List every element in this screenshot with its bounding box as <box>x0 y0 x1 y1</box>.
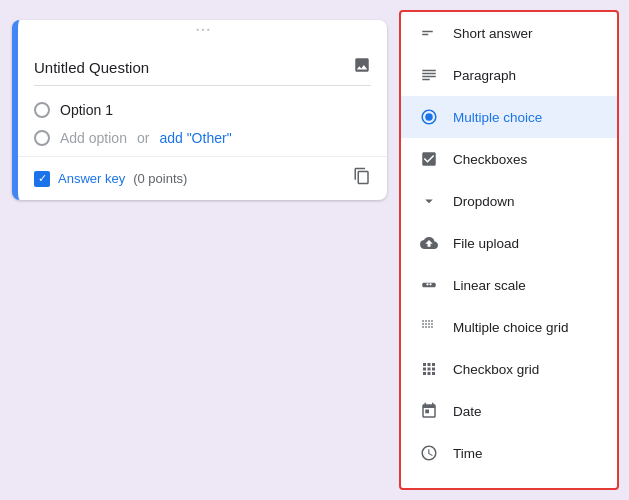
menu-item-checkboxes[interactable]: Checkboxes <box>401 138 617 180</box>
time-icon <box>419 443 439 463</box>
menu-item-multiple-choice[interactable]: Multiple choice <box>401 96 617 138</box>
file-upload-icon <box>419 233 439 253</box>
menu-item-paragraph[interactable]: Paragraph <box>401 54 617 96</box>
menu-item-date-label: Date <box>453 404 482 419</box>
checkboxes-icon <box>419 149 439 169</box>
answer-key-checkbox[interactable]: ✓ <box>34 171 50 187</box>
drag-handle <box>18 20 387 48</box>
paragraph-icon <box>419 65 439 85</box>
add-other-link[interactable]: add "Other" <box>159 130 231 146</box>
option-1-label: Option 1 <box>60 102 113 118</box>
cb-grid-icon <box>419 359 439 379</box>
menu-item-date[interactable]: Date <box>401 390 617 432</box>
menu-item-short-answer-label: Short answer <box>453 26 533 41</box>
question-type-menu: Short answer Paragraph Multiple choice C… <box>399 10 619 490</box>
svg-point-3 <box>425 113 433 121</box>
menu-item-file-upload[interactable]: File upload <box>401 222 617 264</box>
image-icon[interactable] <box>353 56 371 79</box>
svg-point-1 <box>201 29 203 31</box>
card-footer: ✓ Answer key (0 points) <box>18 156 387 200</box>
left-panel: Untitled Question Option 1 Add option or… <box>0 0 399 500</box>
date-icon <box>419 401 439 421</box>
or-text: or <box>137 130 149 146</box>
menu-item-mc-grid-label: Multiple choice grid <box>453 320 569 335</box>
menu-item-time[interactable]: Time <box>401 432 617 474</box>
svg-point-2 <box>207 29 209 31</box>
question-card: Untitled Question Option 1 Add option or… <box>12 20 387 200</box>
short-answer-icon <box>419 23 439 43</box>
copy-icon[interactable] <box>353 167 371 190</box>
dropdown-icon <box>419 191 439 211</box>
menu-item-linear-scale[interactable]: Linear scale <box>401 264 617 306</box>
points-label: (0 points) <box>133 171 187 186</box>
menu-item-paragraph-label: Paragraph <box>453 68 516 83</box>
mc-grid-icon <box>419 317 439 337</box>
menu-item-time-label: Time <box>453 446 483 461</box>
menu-item-cb-grid-label: Checkbox grid <box>453 362 539 377</box>
question-title: Untitled Question <box>34 59 149 76</box>
add-option-row: Add option or add "Other" <box>34 124 371 156</box>
menu-item-checkboxes-label: Checkboxes <box>453 152 527 167</box>
menu-item-short-answer[interactable]: Short answer <box>401 12 617 54</box>
menu-item-file-upload-label: File upload <box>453 236 519 251</box>
menu-item-dropdown-label: Dropdown <box>453 194 515 209</box>
radio-circle <box>34 102 50 118</box>
svg-point-0 <box>196 29 198 31</box>
card-body: Untitled Question Option 1 Add option or… <box>18 48 387 156</box>
menu-item-dropdown[interactable]: Dropdown <box>401 180 617 222</box>
menu-item-cb-grid[interactable]: Checkbox grid <box>401 348 617 390</box>
menu-item-linear-scale-label: Linear scale <box>453 278 526 293</box>
option-1-row: Option 1 <box>34 96 371 124</box>
menu-item-multiple-choice-label: Multiple choice <box>453 110 542 125</box>
question-header: Untitled Question <box>34 56 371 86</box>
answer-key-row[interactable]: ✓ Answer key (0 points) <box>34 171 187 187</box>
multiple-choice-icon <box>419 107 439 127</box>
add-option-text[interactable]: Add option <box>60 130 127 146</box>
menu-item-mc-grid[interactable]: Multiple choice grid <box>401 306 617 348</box>
linear-scale-icon <box>419 275 439 295</box>
answer-key-label: Answer key <box>58 171 125 186</box>
add-option-radio <box>34 130 50 146</box>
